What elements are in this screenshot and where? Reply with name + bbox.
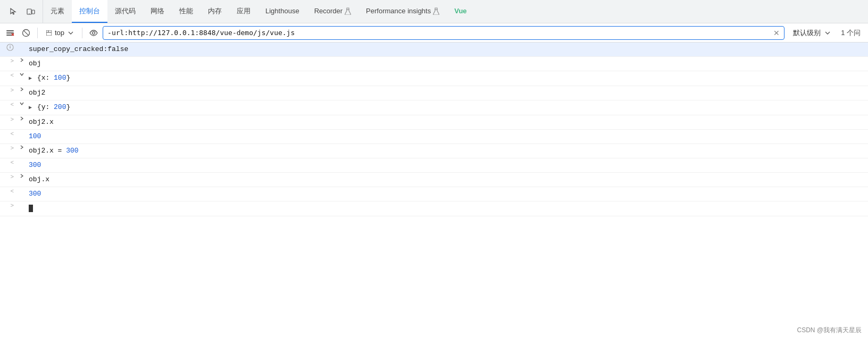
row-arrow-objx-cmd[interactable]	[17, 174, 27, 178]
row-content-objx-result: 300	[27, 188, 868, 200]
row-gutter-objx-result: <	[0, 188, 17, 195]
filter-clear-button[interactable]: ✕	[772, 28, 781, 38]
row-arrow-obj2x-set-cmd[interactable]	[17, 145, 27, 149]
tab-elements[interactable]: 元素	[43, 0, 72, 23]
tab-bar: 元素 控制台 源代码 网络 性能 内存 应用 Lighthouse Record…	[0, 0, 868, 23]
row-content-obj-result: ▶ {x: 100}	[27, 72, 868, 85]
console-row-objx-result: < 300	[0, 187, 868, 201]
svg-rect-1	[32, 10, 35, 14]
svg-rect-5	[6, 30, 14, 31]
row-arrow-obj-cmd[interactable]	[17, 58, 27, 62]
svg-line-11	[23, 30, 28, 35]
row-content-obj-cmd: obj	[27, 58, 868, 70]
row-content-obj2-result: ▶ {y: 200}	[27, 102, 868, 114]
cursor-blink	[29, 205, 33, 212]
row-content-obj2x-set-cmd: obj2.x = 300	[27, 145, 868, 157]
context-selector[interactable]: top	[42, 26, 78, 40]
tab-application[interactable]: 应用	[229, 0, 258, 23]
console-row-obj-result: < ▶ {x: 100}	[0, 71, 868, 86]
row-arrow-obj-result[interactable]	[17, 72, 27, 77]
row-gutter-obj2-cmd: >	[0, 87, 17, 94]
row-gutter-obj2x-cmd: >	[0, 116, 17, 123]
row-gutter-prompt: >	[0, 203, 17, 209]
svg-point-18	[10, 45, 11, 46]
row-content-info: super_copy_cracked:false	[27, 44, 868, 55]
tab-memory[interactable]: 内存	[201, 0, 229, 23]
row-gutter-obj2x-set-cmd: >	[0, 145, 17, 151]
svg-rect-6	[6, 32, 14, 33]
tab-network[interactable]: 网络	[143, 0, 172, 23]
eye-button[interactable]	[87, 26, 101, 40]
issue-count[interactable]: 1 个问	[837, 28, 865, 38]
toolbar-divider-1	[37, 28, 38, 38]
console-row-obj2x-cmd: > obj2.x	[0, 115, 868, 130]
clear-console-button[interactable]	[3, 26, 17, 40]
row-arrow-obj2-result[interactable]	[17, 102, 27, 106]
row-gutter-obj2x-result: <	[0, 131, 17, 137]
row-content-obj2x-cmd: obj2.x	[27, 116, 868, 128]
tab-console[interactable]: 控制台	[72, 0, 107, 23]
row-gutter-obj2x-set-result: <	[0, 159, 17, 166]
console-row-obj-cmd: > obj	[0, 57, 868, 71]
row-content-prompt[interactable]	[27, 203, 868, 214]
block-button[interactable]	[19, 26, 33, 40]
row-content-obj2-cmd: obj2	[27, 87, 868, 99]
svg-rect-12	[46, 30, 52, 36]
row-arrow-obj2x-cmd[interactable]	[17, 116, 27, 121]
tab-lighthouse[interactable]: Lighthouse	[258, 0, 307, 23]
console-row-objx-cmd: > obj.x	[0, 173, 868, 187]
console-row-obj2-result: < ▶ {y: 200}	[0, 100, 868, 115]
toolbar-divider-2	[82, 28, 82, 38]
row-gutter-obj2-result: <	[0, 102, 17, 108]
console-row-obj2x-result: < 100	[0, 130, 868, 144]
tab-performance-insights[interactable]: Performance insights	[358, 0, 447, 23]
svg-point-15	[93, 31, 95, 34]
row-gutter-objx-cmd: >	[0, 174, 17, 180]
row-content-objx-cmd: obj.x	[27, 174, 868, 186]
console-row-obj2x-set-result: < 300	[0, 158, 868, 173]
row-gutter-info	[0, 44, 17, 51]
footer: CSDN @我有满天星辰	[790, 324, 868, 337]
device-icon[interactable]	[23, 4, 38, 19]
console-row-prompt: >	[0, 201, 868, 216]
row-gutter-obj-result: <	[0, 72, 17, 79]
tab-recorder[interactable]: Recorder	[307, 0, 358, 23]
row-gutter-obj-cmd: >	[0, 58, 17, 64]
row-content-obj2x-result: 100	[27, 131, 868, 142]
console-row-obj2-cmd: > obj2	[0, 86, 868, 100]
tab-sources[interactable]: 源代码	[107, 0, 143, 23]
row-content-obj2x-set-result: 300	[27, 159, 868, 171]
console-row-info: super_copy_cracked:false	[0, 43, 868, 57]
tab-performance[interactable]: 性能	[172, 0, 201, 23]
url-filter-input[interactable]	[103, 26, 784, 40]
cursor-icon[interactable]	[6, 4, 21, 19]
console-row-obj2x-set-cmd: > obj2.x = 300	[0, 144, 868, 158]
tab-icon-group	[2, 0, 43, 23]
tab-vue[interactable]: Vue	[447, 0, 474, 23]
console-toolbar: top ✕ 默认级别 1 个问	[0, 23, 868, 43]
row-arrow-obj2-cmd[interactable]	[17, 87, 27, 91]
console-content: super_copy_cracked:false > obj < ▶ {x: 1…	[0, 43, 868, 216]
level-selector[interactable]: 默认级别	[789, 26, 834, 40]
